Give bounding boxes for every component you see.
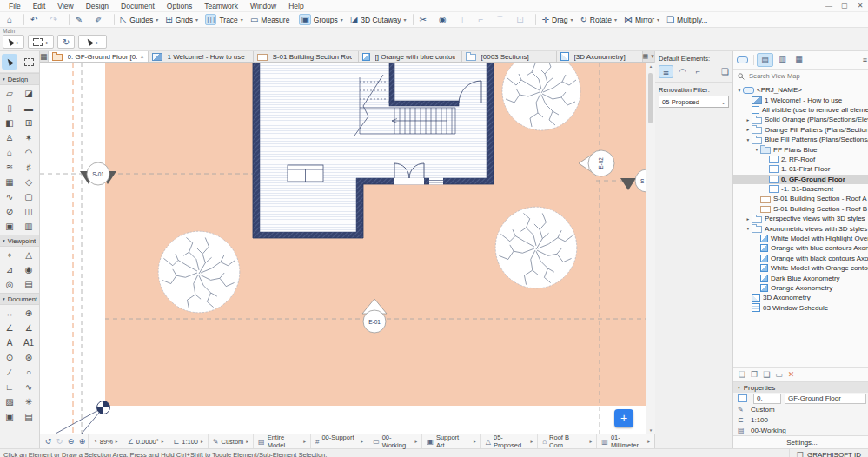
tree-item-dark-blue-axonometry[interactable]: Dark Blue Axonometry: [733, 273, 868, 282]
renovation-filter-select[interactable]: 05-Proposed ⌄: [659, 96, 729, 108]
menu-help[interactable]: Help: [283, 2, 308, 10]
mesh-tool[interactable]: ∿: [0, 189, 19, 204]
object-tool[interactable]: ♙: [0, 130, 19, 145]
morph-tool[interactable]: ◇: [19, 175, 38, 189]
default-favorites-button[interactable]: ◠: [676, 65, 689, 76]
structure-display-dropdown[interactable]: ▤ Entire Model ▸: [253, 434, 310, 448]
tree-expand-arrow-icon[interactable]: ▸: [745, 216, 752, 222]
camera-tool[interactable]: ◉: [19, 262, 38, 277]
tab-welcome[interactable]: 1 Welcome! - How to use [1 W...: [149, 51, 254, 62]
orientation-dropdown[interactable]: ∠ 0.0000° ▸: [123, 434, 169, 448]
split-button[interactable]: ✂: [416, 14, 435, 25]
view-map-button[interactable]: ▤: [757, 53, 773, 67]
sofa[interactable]: [288, 165, 323, 182]
vertical-scrollbar[interactable]: ▴ ▾: [646, 63, 655, 434]
inject-parameters-button[interactable]: ✐: [91, 14, 110, 25]
figure-doc-tool[interactable]: ▣: [0, 409, 19, 424]
line-tool[interactable]: ∕: [0, 365, 19, 380]
tree-item-fp-plans-blue[interactable]: ▾ FP Plans Blue: [733, 144, 868, 154]
view-forward-button[interactable]: ↻: [54, 437, 65, 446]
railing-tool[interactable]: ♯: [19, 160, 38, 175]
tree-item-white-orange-contours[interactable]: White Model with Orange contours: [733, 263, 868, 273]
toolbox-section-header[interactable]: ▾ Document: [0, 293, 39, 305]
tree-expand-arrow-icon[interactable]: ▸: [745, 117, 752, 123]
menu-window[interactable]: Window: [245, 2, 282, 10]
tree-item-blue-fill[interactable]: ▾ Blue Fill Patterns (Plans/Sections/Ele…: [733, 135, 868, 144]
detail-tool[interactable]: ◎: [0, 277, 19, 292]
arrow-tool-button[interactable]: ▸: [78, 35, 107, 49]
lamp-tool[interactable]: ✶: [19, 130, 38, 145]
project-chooser-icon[interactable]: [737, 56, 748, 63]
dimension-tool[interactable]: ↔: [0, 306, 19, 321]
tab-0003-sections[interactable]: [0003 Sections]: [462, 51, 557, 62]
tree-item-orange-axonometry[interactable]: Orange Axonometry: [733, 283, 868, 293]
trim-button[interactable]: ⊤: [455, 14, 475, 25]
curtain-wall-tool[interactable]: ▦: [0, 175, 19, 189]
tree-item-3d-axonometry[interactable]: 3D Axonometry: [733, 293, 868, 302]
drawing-doc-tool[interactable]: ▤: [19, 409, 38, 424]
tree-item-white-highlight[interactable]: White Model with Highlight Override: [733, 234, 868, 243]
scroll-down-icon[interactable]: ▾: [646, 427, 655, 433]
floor-plan-canvas[interactable]: S-01 S-0 E-02: [40, 63, 646, 434]
home-button[interactable]: ⌂: [3, 14, 21, 25]
tree-expand-arrow-icon[interactable]: ▾: [745, 226, 752, 231]
properties-header[interactable]: ▾ Properties: [733, 382, 868, 393]
renovation-dropdown[interactable]: △ 05-Proposed ▸: [480, 434, 537, 448]
fill-tool[interactable]: ▨: [0, 394, 19, 409]
settings-button[interactable]: Settings...: [733, 435, 868, 448]
hamburger-menu-icon[interactable]: ≡: [863, 56, 867, 64]
hotspot-tool[interactable]: ⊛: [19, 350, 38, 365]
rotate-button[interactable]: ↻ Rotate ▾: [576, 14, 620, 25]
zoom-in-button[interactable]: ⊕: [76, 437, 88, 446]
scroll-up-icon[interactable]: ▴: [646, 63, 655, 69]
tree-item-solid-orange[interactable]: ▸ Solid Orange (Plans/Sections/Elevation…: [733, 115, 868, 124]
beam-tool[interactable]: ▬: [19, 101, 38, 116]
save-current-view-button[interactable]: ❏: [739, 370, 745, 379]
minimize-button[interactable]: —: [821, 2, 837, 10]
trace-button[interactable]: ◫ Trace ▾: [202, 13, 247, 26]
roof-dropdown[interactable]: ⌂ Roof B Com... ▸: [537, 434, 596, 448]
cutaway-button[interactable]: ◪ 3D Cutaway ▾: [347, 14, 410, 25]
fillet-button[interactable]: ⌐: [474, 14, 492, 25]
graphisoft-id-label[interactable]: GRAPHISOFT ID: [807, 451, 861, 457]
default-elements-button[interactable]: ≣: [659, 65, 673, 78]
mirror-button[interactable]: ⋈ Mirror ▾: [620, 14, 663, 25]
tree-item-axonometric-views[interactable]: ▾ Axonometric views with 3D styles: [733, 223, 868, 233]
circle-tool[interactable]: ○: [19, 365, 38, 380]
selection-arrow-dropdown[interactable]: ▸: [3, 35, 24, 49]
tree-item-orange-black-contours[interactable]: Orange with black contours Axonometry: [733, 254, 868, 263]
slab-tool[interactable]: ◪: [19, 86, 38, 101]
tree-expand-arrow-icon[interactable]: ▾: [736, 88, 743, 93]
toolbox-section-header[interactable]: ▾ Design: [0, 73, 39, 85]
menu-design[interactable]: Design: [81, 2, 114, 10]
drag-button[interactable]: ✛ Drag ▾: [539, 14, 577, 25]
column-tool[interactable]: ▯: [0, 101, 19, 116]
tree-item-section-roof-b[interactable]: S-01 Building Section - Roof B: [733, 204, 868, 214]
arrow-tool-button[interactable]: [2, 54, 17, 70]
tree-item-window-schedule[interactable]: 03 Window Schedule: [733, 303, 868, 313]
layout-book-button[interactable]: ▥: [775, 53, 790, 65]
opening-tool[interactable]: ⊘: [0, 204, 19, 219]
zoom-level-dropdown[interactable]: ◔ 89% ▸: [88, 434, 123, 448]
tree-item-first-floor[interactable]: 1. 01-First Floor: [733, 164, 868, 174]
toolbar-button[interactable]: [23, 14, 24, 25]
level-dimension-tool[interactable]: ⊕: [19, 306, 38, 321]
save-and-replace-button[interactable]: ❐: [751, 370, 758, 379]
tab-3d-axonometry[interactable]: [3D Axonometry]: [557, 51, 643, 62]
maximize-button[interactable]: ▢: [837, 2, 852, 10]
pen-set-dropdown[interactable]: ✎ Custom ▸: [208, 434, 253, 448]
tree-item-orange-blue-contours[interactable]: Orange with blue contours Axonometry: [733, 243, 868, 253]
menu-teamwork[interactable]: Teamwork: [199, 2, 243, 10]
support-dropdown[interactable]: # 00-Support ... ▸: [310, 434, 368, 448]
zone-tool[interactable]: ▢: [19, 189, 38, 204]
tree-expand-arrow-icon[interactable]: ▸: [745, 127, 752, 132]
marquee-dropdown[interactable]: ▸: [28, 35, 54, 49]
drawing-tool[interactable]: ▥: [19, 219, 38, 234]
tab-close-icon[interactable]: ×: [140, 54, 143, 60]
point-cloud-tool[interactable]: ✳: [19, 394, 38, 409]
tree-item-section-roof-a[interactable]: S-01 Building Section - Roof A: [733, 194, 868, 203]
tab-building-section[interactable]: S-01 Building Section Roof A [...: [254, 51, 359, 62]
resize-button[interactable]: ⊡: [513, 14, 532, 25]
radial-dimension-tool[interactable]: ∡: [19, 321, 38, 335]
toolbar-button[interactable]: [114, 14, 115, 25]
